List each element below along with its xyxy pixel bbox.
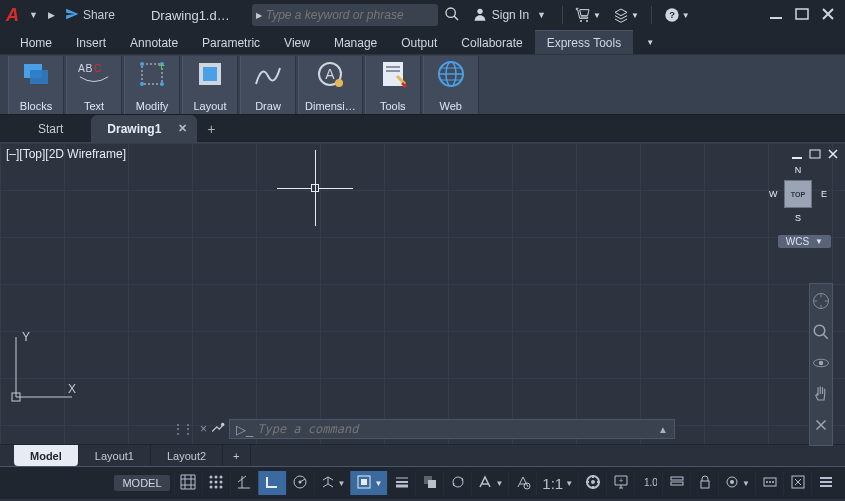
annomon-icon: +	[613, 474, 629, 493]
file-tab-start[interactable]: Start	[22, 115, 91, 142]
tab-home[interactable]: Home	[8, 30, 64, 54]
svg-text:X: X	[68, 382, 76, 396]
svg-rect-10	[30, 70, 48, 84]
ribbon-panel-text[interactable]: ABCText	[66, 56, 122, 114]
status-hw-button[interactable]	[755, 471, 783, 495]
annoscale-icon	[515, 474, 531, 493]
status-annoscale-button[interactable]	[508, 471, 536, 495]
ribbon-panel-layout[interactable]: Layout	[182, 56, 238, 114]
cmdline-close-icon[interactable]: ×	[198, 422, 207, 436]
drawing-area[interactable]: [–][Top][2D Wireframe] Y X TOP N S E W W…	[0, 142, 845, 444]
zoom-icon[interactable]	[812, 323, 830, 344]
featured-apps-tab[interactable]: ▼	[633, 30, 663, 54]
ribbon-panel-dimensi[interactable]: ADimensi…	[298, 56, 363, 114]
viewcube-south[interactable]: S	[795, 213, 801, 223]
viewcube-east[interactable]: E	[821, 189, 827, 199]
file-tab-drawing1[interactable]: Drawing1✕	[91, 115, 197, 142]
status-polar-button[interactable]	[286, 471, 314, 495]
sign-in-button[interactable]: Sign In ▼	[466, 6, 556, 25]
help-button[interactable]: ? ▼	[658, 7, 696, 23]
wcs-badge[interactable]: WCS▼	[778, 235, 831, 248]
tool-icon[interactable]	[812, 416, 830, 437]
close-button[interactable]	[815, 7, 841, 24]
vp-close-icon[interactable]	[827, 147, 839, 163]
status-transparency-button[interactable]	[415, 471, 443, 495]
new-file-tab[interactable]: +	[197, 115, 225, 142]
ribbon-panel-modify[interactable]: +Modify	[124, 56, 180, 114]
tab-output[interactable]: Output	[389, 30, 449, 54]
tab-parametric[interactable]: Parametric	[190, 30, 272, 54]
ribbon-panel-draw[interactable]: Draw	[240, 56, 296, 114]
search-icon[interactable]	[438, 6, 466, 25]
orbit-icon[interactable]	[812, 354, 830, 375]
restore-button[interactable]	[789, 7, 815, 24]
tab-collaborate[interactable]: Collaborate	[449, 30, 534, 54]
ribbon-panel-web[interactable]: Web	[423, 56, 479, 114]
pan-icon[interactable]	[812, 385, 830, 406]
close-tab-icon[interactable]: ✕	[178, 122, 187, 135]
layout-tab-layout2[interactable]: Layout2	[151, 445, 223, 466]
qat-dropdown-icon[interactable]: ▼	[25, 10, 42, 20]
search-input[interactable]	[266, 8, 434, 22]
cmdline-grip-icon[interactable]: ⋮⋮	[170, 422, 194, 436]
minimize-button[interactable]	[763, 7, 789, 24]
status-anno-button[interactable]: ▼	[471, 471, 508, 495]
infer-icon	[236, 474, 252, 493]
vp-restore-icon[interactable]	[809, 147, 821, 163]
status-ortho-button[interactable]	[258, 471, 286, 495]
ribbon-panel-blocks[interactable]: Blocks	[8, 56, 64, 114]
command-input-wrap[interactable]: ▷_ ▲	[229, 419, 675, 439]
tab-insert[interactable]: Insert	[64, 30, 118, 54]
qat-arrow-icon[interactable]: ▶	[44, 10, 59, 20]
add-layout-tab[interactable]: +	[223, 445, 250, 466]
svg-point-44	[819, 361, 824, 366]
status-isolate-button[interactable]: ▼	[718, 471, 755, 495]
tab-manage[interactable]: Manage	[322, 30, 389, 54]
status-model-button[interactable]: MODEL	[114, 475, 169, 491]
app-logo[interactable]: A	[4, 5, 25, 26]
cart-button[interactable]: ▼	[569, 7, 607, 23]
sign-in-dropdown-icon[interactable]: ▼	[533, 10, 550, 20]
status-infer-button[interactable]	[230, 471, 258, 495]
viewcube-north[interactable]: N	[795, 165, 802, 175]
status-grid-button[interactable]	[174, 471, 202, 495]
apps-button[interactable]: ▼	[607, 7, 645, 23]
modify-icon: +	[136, 58, 168, 90]
status-clean-button[interactable]	[783, 471, 811, 495]
status-lockui-button[interactable]	[690, 471, 718, 495]
vp-minimize-icon[interactable]	[791, 147, 803, 163]
status-custom-button[interactable]	[811, 471, 839, 495]
status-iso-button[interactable]: ▼	[314, 471, 351, 495]
search-dropdown-icon[interactable]: ▶	[256, 11, 262, 20]
cmdline-customize-icon[interactable]	[211, 421, 225, 438]
status-annomon-button[interactable]: +	[606, 471, 634, 495]
viewcube-face[interactable]: TOP	[784, 180, 812, 208]
lockui-icon	[697, 474, 713, 493]
status-quickprop-button[interactable]	[662, 471, 690, 495]
cmdline-history-icon[interactable]: ▲	[658, 424, 668, 435]
tab-express-tools[interactable]: Express Tools	[535, 30, 633, 54]
status-snap-button[interactable]	[202, 471, 230, 495]
status-osnap-button[interactable]: ▼	[350, 471, 387, 495]
viewcube-west[interactable]: W	[769, 189, 778, 199]
draw-icon	[252, 58, 284, 90]
layout-tab-layout1[interactable]: Layout1	[79, 445, 151, 466]
ucs-icon[interactable]: Y X	[10, 331, 78, 406]
compass-icon[interactable]	[812, 292, 830, 313]
command-input[interactable]	[257, 422, 668, 436]
status-lineweight-button[interactable]	[387, 471, 415, 495]
view-cube[interactable]: TOP N S E W	[769, 165, 827, 223]
ribbon-panel-tools[interactable]: Tools	[365, 56, 421, 114]
tab-view[interactable]: View	[272, 30, 322, 54]
viewport-controls-label[interactable]: [–][Top][2D Wireframe]	[6, 147, 126, 161]
search-box[interactable]: ▶	[252, 4, 438, 26]
status-cycle-button[interactable]	[443, 471, 471, 495]
status-units-button[interactable]: 1.0	[634, 471, 662, 495]
status-workspace-button[interactable]	[578, 471, 606, 495]
svg-text:A: A	[78, 63, 85, 74]
status-scale-button[interactable]: 1:1▼	[536, 471, 578, 495]
svg-text:C: C	[94, 63, 102, 74]
tab-annotate[interactable]: Annotate	[118, 30, 190, 54]
layout-tab-model[interactable]: Model	[14, 445, 79, 466]
share-button[interactable]: Share	[59, 5, 121, 26]
